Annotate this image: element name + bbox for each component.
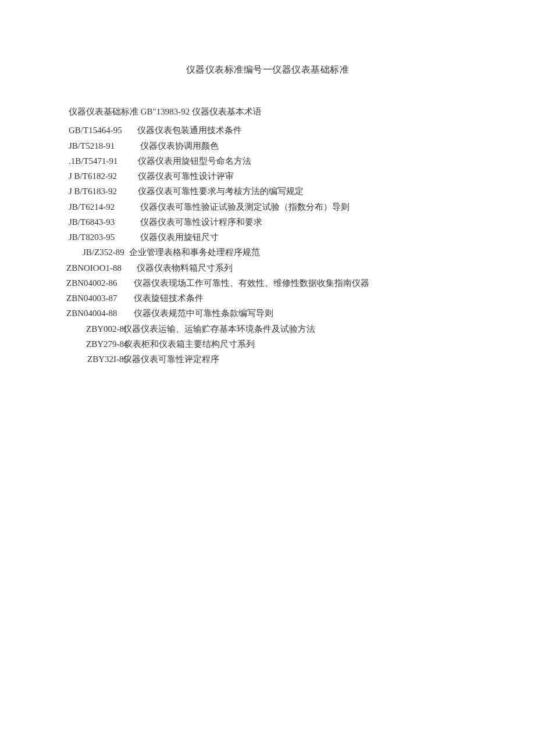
- standard-row: ZBN04002-86仪器仪表现场工作可靠性、有效性、维修性数据收集指南仪器: [69, 275, 483, 291]
- standard-code: JB/T6214-92: [69, 199, 115, 214]
- standard-description: 仪器仪表可靠性要求与考核方法的编写规定: [138, 184, 304, 199]
- standard-code: JB/T6843-93: [69, 214, 115, 230]
- standard-description: 仪器仪表运输、运输贮存基本环境条件及试验方法: [123, 321, 315, 336]
- standard-row: JB/T6843-93仪器仪表可靠性设计程序和要求: [69, 214, 483, 230]
- document-page: 仪器仪表标准编号一仪器仪表基础标准 仪器仪表基础标准 GB"13983-92 仪…: [0, 0, 535, 402]
- standard-description: 仪器仪表现场工作可靠性、有效性、维修性数据收集指南仪器: [134, 275, 369, 291]
- standard-row: JB/T6214-92仪器仪表可靠性验证试验及测定试验（指数分布）导则: [69, 199, 483, 214]
- standard-code: .1B/T5471-91: [69, 153, 118, 169]
- standard-row: ZBNOIOO1-88仪器仪表物料箱尺寸系列: [69, 260, 483, 275]
- standard-description: 仪器仪表用旋钮型号命名方法: [138, 153, 251, 169]
- standard-description: 仪表旋钮技术条件: [134, 291, 204, 306]
- document-title: 仪器仪表标准编号一仪器仪表基础标准: [52, 64, 483, 76]
- standard-code: JB/T8203-95: [69, 230, 115, 245]
- standard-description: 仪器仪表可靠性评定程序: [123, 352, 219, 367]
- standard-description: 仪器仪表规范中可靠性条款编写导则: [134, 306, 273, 321]
- standards-list: GB/T15464-95仪器仪表包装通用技术条件JB/T5218-91仪器仪表协…: [69, 123, 483, 367]
- standard-code: JB/Z352-89: [83, 245, 124, 260]
- standard-description: 仪器仪表可靠性验证试验及测定试验（指数分布）导则: [140, 199, 349, 214]
- standard-code: ZBN04002-86: [66, 275, 117, 291]
- intro-line: 仪器仪表基础标准 GB"13983-92 仪器仪表基本术语: [69, 104, 483, 119]
- standard-code: ZBY32I-85: [87, 352, 128, 367]
- standard-code: J B/T6182-92: [69, 169, 117, 184]
- standard-code: ZBN04004-88: [66, 306, 117, 321]
- standard-description: 仪器仪表可靠性设计程序和要求: [140, 214, 262, 230]
- standard-description: 仪器仪表协调用颜色: [140, 138, 219, 153]
- standard-description: 企业管理表格和事务处理程序规范: [129, 245, 260, 260]
- standard-code: GB/T15464-95: [69, 123, 122, 138]
- standard-row: JB/T5218-91仪器仪表协调用颜色: [69, 138, 483, 153]
- standard-row: ZBY279-84仪表柜和仪表箱主要结构尺寸系列: [69, 336, 483, 352]
- standard-row: GB/T15464-95仪器仪表包装通用技术条件: [69, 123, 483, 138]
- standard-description: 仪表柜和仪表箱主要结构尺寸系列: [124, 336, 255, 352]
- standard-row: ZBY002-8I仪器仪表运输、运输贮存基本环境条件及试验方法: [69, 321, 483, 336]
- standard-code: ZBNOIOO1-88: [66, 260, 122, 275]
- standard-row: ZBN04004-88仪器仪表规范中可靠性条款编写导则: [69, 306, 483, 321]
- standard-code: JB/T5218-91: [69, 138, 115, 153]
- standard-code: ZBY002-8I: [86, 321, 127, 336]
- standard-code: J B/T6183-92: [69, 184, 117, 199]
- standard-row: ZBN04003-87仪表旋钮技术条件: [69, 291, 483, 306]
- standard-description: 仪器仪表包装通用技术条件: [137, 123, 242, 138]
- standard-row: JB/T8203-95仪器仪表用旋钮尺寸: [69, 230, 483, 245]
- standard-description: 仪器仪表用旋钮尺寸: [140, 230, 219, 245]
- standard-row: ZBY32I-85仪器仪表可靠性评定程序: [69, 352, 483, 367]
- standard-code: ZBY279-84: [86, 336, 129, 352]
- standard-description: 仪器仪表可靠性设计评审: [138, 169, 234, 184]
- standard-description: 仪器仪表物料箱尺寸系列: [137, 260, 233, 275]
- standard-row: J B/T6182-92仪器仪表可靠性设计评审: [69, 169, 483, 184]
- standard-row: JB/Z352-89企业管理表格和事务处理程序规范: [69, 245, 483, 260]
- standard-code: ZBN04003-87: [66, 291, 117, 306]
- standard-row: J B/T6183-92仪器仪表可靠性要求与考核方法的编写规定: [69, 184, 483, 199]
- standard-row: .1B/T5471-91仪器仪表用旋钮型号命名方法: [69, 153, 483, 169]
